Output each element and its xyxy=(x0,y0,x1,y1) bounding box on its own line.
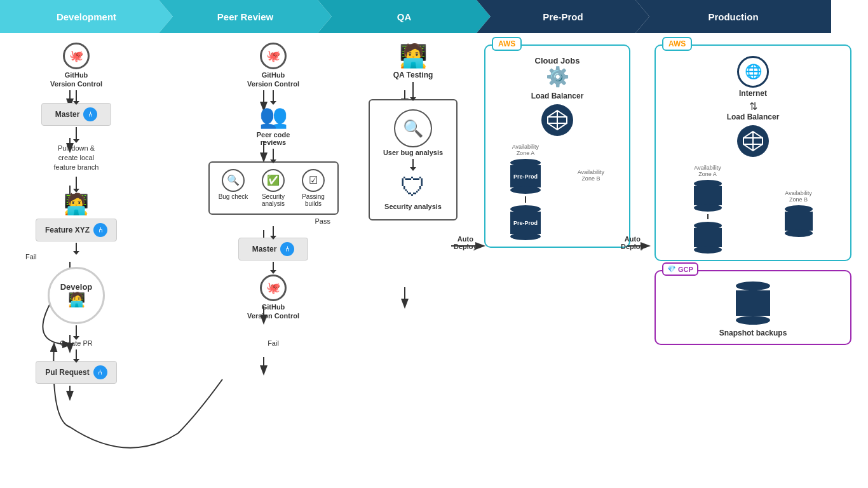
prod-db-a xyxy=(694,180,722,212)
prod-aws-box: AWS 🌐 Internet ⇅ Load Balancer xyxy=(654,44,851,261)
prod-lb-label: Load Balancer xyxy=(662,112,844,121)
prod-az-row: AvailabilityZone A Availabilit xyxy=(662,165,844,254)
peer-github-icon: 🐙 xyxy=(260,43,287,69)
develop-person-icon: 🧑‍💻 xyxy=(68,292,85,308)
develop-circle: Develop 🧑‍💻 xyxy=(48,267,105,324)
stage-qa: QA xyxy=(318,0,491,33)
preprod-az-b-label: AvailabilityZone B xyxy=(578,169,604,182)
stage-peer-review: Peer Review xyxy=(159,0,332,33)
stage-preprod-label: Pre-Prod xyxy=(543,11,583,22)
passing-builds-icon: ☑ xyxy=(302,169,325,192)
cloud-jobs-icon: ⚙️ xyxy=(492,65,623,88)
bidirectional-arrow: ⇅ xyxy=(662,100,844,112)
stage-production: Production xyxy=(635,0,831,33)
dev-master-label: Master xyxy=(55,110,80,119)
qa-security-icon: 🛡 xyxy=(400,173,426,201)
prod-az-a-label: AvailabilityZone A xyxy=(694,165,721,177)
internet-label: Internet xyxy=(662,89,844,98)
dev-fail-label: Fail xyxy=(25,253,37,261)
dev-person-icon: 🧑‍💻 xyxy=(64,192,89,216)
pull-request-merge-icon: ⑃ xyxy=(93,365,107,379)
main-content: 🐙 GitHubVersion Control Master ⑃ Pull do… xyxy=(0,33,868,488)
bug-check-item: 🔍 Bug check xyxy=(216,169,251,200)
pass-label: Pass xyxy=(315,217,330,225)
peer-code-reviews-label: Peer codereviews xyxy=(257,131,290,146)
security-analysis-item: ✅ Security analysis xyxy=(256,169,291,207)
pipeline-header: Development Peer Review QA Pre-Prod Prod… xyxy=(0,0,868,33)
gcp-box: 💎 GCP Snapshot backups xyxy=(654,270,851,345)
passing-builds-label: Passing builds xyxy=(296,193,331,207)
preprod-az-row: AvailabilityZone A Pre-Prod Pre-Prod xyxy=(492,144,623,240)
peer-github: 🐙 GitHubVersion Control xyxy=(247,43,299,89)
stage-preprod: Pre-Prod xyxy=(477,0,649,33)
dev-master-node: Master ⑃ xyxy=(41,103,111,126)
peer-master-merge-icon: ⑃ xyxy=(280,242,294,256)
stage-production-label: Production xyxy=(708,11,758,22)
preprod-db-a: Pre-Prod xyxy=(510,159,541,194)
preprod-db-a2: Pre-Prod xyxy=(510,205,541,240)
preprod-cloud-jobs: Cloud Jobs ⚙️ xyxy=(492,56,623,88)
peer-github-label: GitHubVersion Control xyxy=(247,71,299,89)
dev-column: 🐙 GitHubVersion Control Master ⑃ Pull do… xyxy=(13,39,140,384)
peer-fail-label: Fail xyxy=(268,339,279,347)
stage-qa-label: QA xyxy=(397,11,412,22)
auto-deploy-preprod-label: AutoDeploy xyxy=(454,235,477,250)
prod-internet: 🌐 Internet xyxy=(662,56,844,98)
user-bug-label: User bug analysis xyxy=(383,149,443,156)
cloud-jobs-label: Cloud Jobs xyxy=(492,56,623,65)
ci-checks-box: 🔍 Bug check ✅ Security analysis ☑ Passin… xyxy=(208,161,339,215)
qa-box: 🔍 User bug analysis 🛡 Security analysis xyxy=(369,99,458,220)
qa-security-item: 🛡 Security analysis xyxy=(376,173,450,210)
dev-github: 🐙 GitHubVersion Control xyxy=(50,43,102,89)
prod-zone-a: AvailabilityZone A xyxy=(694,165,722,254)
prod-lb-icon xyxy=(662,124,844,161)
user-bug-item: 🔍 User bug analysis xyxy=(376,109,450,156)
dev-master-merge-icon: ⑃ xyxy=(83,107,97,121)
security-analysis-icon: ✅ xyxy=(262,169,285,192)
stage-development: Development xyxy=(0,0,173,33)
qa-person-icon: 🧑‍💻 xyxy=(399,43,428,69)
peer-master-label: Master xyxy=(252,245,277,254)
pull-request-node: Pul Request ⑃ xyxy=(36,361,116,384)
prod-aws-badge: AWS xyxy=(662,37,692,51)
gcp-db xyxy=(662,281,844,325)
dev-github-label: GitHubVersion Control xyxy=(50,71,102,89)
github-icon: 🐙 xyxy=(63,43,90,69)
gcp-gem-icon: 💎 xyxy=(667,265,676,273)
stage-peer-review-label: Peer Review xyxy=(217,11,273,22)
prod-az-b-label: AvailabilityZone B xyxy=(785,190,811,203)
preprod-lb-label: Load Balancer xyxy=(492,92,623,100)
preprod-zone-b: AvailabilityZone B xyxy=(578,169,604,182)
gcp-badge: 💎 GCP xyxy=(662,262,698,276)
peer-persons-icon: 👥 xyxy=(259,103,288,130)
bug-check-icon: 🔍 xyxy=(222,169,245,192)
peer-github2-icon: 🐙 xyxy=(260,274,287,301)
preprod-aws-box: AWS Cloud Jobs ⚙️ Load Balancer xyxy=(484,44,630,248)
peer-master-node: Master ⑃ xyxy=(238,238,308,261)
dev-feature-label: Feature XYZ xyxy=(45,226,90,234)
prod-db-a2 xyxy=(694,222,722,254)
prod-zone-b: AvailabilityZone B xyxy=(785,190,813,237)
preprod-zone-a: AvailabilityZone A Pre-Prod Pre-Prod xyxy=(510,144,541,240)
preprod-aws-badge: AWS xyxy=(492,37,522,51)
dev-feature-node: Feature XYZ ⑃ xyxy=(36,219,117,241)
peer-review-column: 🐙 GitHubVersion Control 👥 Peer coderevie… xyxy=(203,39,343,347)
internet-icon: 🌐 xyxy=(737,56,769,88)
preprod-column: AWS Cloud Jobs ⚙️ Load Balancer xyxy=(484,44,630,248)
qa-testing-label: QA Testing xyxy=(393,71,433,79)
preprod-az-a-label: AvailabilityZone A xyxy=(512,144,539,156)
prod-column: AWS 🌐 Internet ⇅ Load Balancer xyxy=(654,44,851,345)
passing-builds-item: ☑ Passing builds xyxy=(296,169,331,207)
create-pr-label: Create PR xyxy=(60,339,92,347)
user-bug-icon: 🔍 xyxy=(394,109,432,147)
stage-development-label: Development xyxy=(57,11,116,22)
peer-github2: 🐙 GitHubVersion Control xyxy=(247,274,299,321)
ci-checks-row: 🔍 Bug check ✅ Security analysis ☑ Passin… xyxy=(216,169,331,207)
peer-github2-label: GitHubVersion Control xyxy=(247,302,299,321)
security-analysis-label: Security analysis xyxy=(256,193,291,207)
snapshot-label: Snapshot backups xyxy=(662,329,844,337)
qa-security-label: Security analysis xyxy=(384,203,442,210)
prod-db-b xyxy=(785,205,813,237)
dev-feature-merge-icon: ⑃ xyxy=(93,223,107,237)
develop-label: Develop xyxy=(60,282,93,292)
